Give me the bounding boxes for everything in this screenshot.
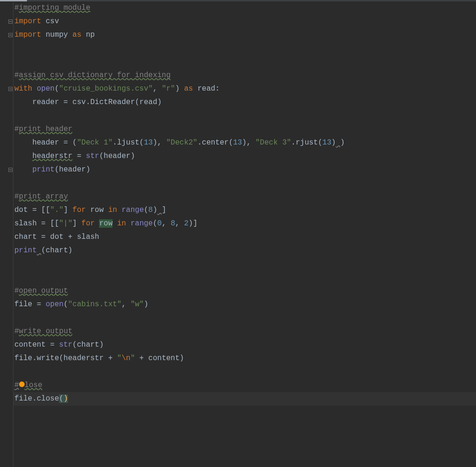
code-token: "r" [162,85,175,93]
code-token: str [86,152,99,160]
code-token: ) [331,138,336,147]
code-token: + content) [135,354,184,362]
code-token: # [14,4,19,12]
code-token: "." [50,206,64,214]
code-token: = [73,152,86,160]
code-line[interactable]: #open output [14,284,476,298]
code-token: file.close [14,395,59,403]
code-token: chart = dot + slash [14,233,99,241]
code-line[interactable]: import csv [14,15,476,28]
code-token: "w" [131,300,144,309]
code-token: assign csv dictionary for indexing [19,71,171,79]
code-token: ) [242,138,247,147]
code-token: open output [19,287,68,295]
code-token [112,219,117,228]
code-editor-content[interactable]: #importing moduleimport csvimport numpy … [13,1,476,467]
code-line[interactable]: print(header) [14,163,476,177]
code-token: , [121,300,130,309]
code-line[interactable]: #lose [14,379,476,392]
code-token: ] [73,219,81,228]
code-line[interactable]: file = open("cabins.txt", "w") [14,298,476,311]
code-line[interactable]: with open("cruise_bookings.csv", "r") as… [14,82,476,96]
code-token: 0 [157,219,162,228]
vertical-scrollbar[interactable] [470,3,476,467]
code-line[interactable] [14,257,476,271]
code-token: # [14,125,19,133]
code-token: row [99,219,112,228]
code-token: ( [59,395,64,403]
code-line[interactable]: header = ("Deck 1".ljust(13), "Deck2".ce… [14,136,476,150]
code-token: ) [144,300,148,309]
code-token: header = ( [32,138,77,147]
code-token: file = [14,300,46,309]
code-line[interactable]: content = str(chart) [14,338,476,352]
code-token: 13 [233,138,242,147]
gutter[interactable] [0,1,13,467]
fold-toggle-icon[interactable] [8,168,13,172]
code-token: headerstr [32,152,72,160]
code-token: in [108,206,117,214]
code-token: (header) [54,165,90,174]
code-token: print header [19,125,73,133]
code-line[interactable]: #write output [14,325,476,338]
code-token: dot = [[ [14,206,50,214]
code-token: # [14,192,19,201]
code-token: in [117,219,126,228]
code-line[interactable]: dot = [["."] for row in range(8) ] [14,204,476,217]
code-token: "|" [59,219,73,228]
code-token [95,219,99,228]
code-token: ( [54,85,59,93]
fold-toggle-icon[interactable] [8,87,13,91]
code-token [336,138,340,147]
code-token: file.write(headerstr + [14,354,117,362]
code-line[interactable]: file.write(headerstr + "\n" + content) [14,352,476,365]
code-line[interactable]: import numpy as np [14,28,476,42]
code-token: 8 [171,219,175,228]
code-token: range [121,206,144,214]
code-token: for [73,206,86,214]
code-token: str [59,341,73,349]
code-token [37,246,41,255]
code-token: 8 [148,206,153,214]
code-token: import [14,17,41,26]
code-line[interactable]: headerstr = str(header) [14,150,476,163]
code-line[interactable]: reader = csv.DictReader(read) [14,96,476,109]
fold-toggle-icon[interactable] [8,20,13,24]
code-line[interactable]: slash = [["|"] for row in range(0, 8, 2)… [14,217,476,230]
code-token: ] [64,206,73,214]
code-line[interactable] [14,177,476,190]
code-token: reader = csv.DictReader(read) [32,98,161,106]
code-token: ) [175,85,184,93]
code-line[interactable]: #importing module [14,1,476,15]
code-token: 13 [144,138,152,147]
code-line[interactable] [14,365,476,379]
code-token: row [86,206,108,214]
code-line[interactable]: #print header [14,123,476,136]
code-token [126,219,131,228]
editor-area[interactable]: #importing moduleimport csvimport numpy … [0,1,476,467]
code-line[interactable] [14,271,476,284]
code-line[interactable]: file.close() [14,392,476,406]
code-token: ) [153,206,158,214]
code-token: .ljust( [112,138,144,147]
code-line[interactable]: #print array [14,190,476,204]
caret-position-icon [19,381,25,387]
code-line[interactable]: chart = dot + slash [14,230,476,244]
code-line[interactable] [14,55,476,69]
code-token: ) [153,138,158,147]
code-line[interactable] [14,109,476,123]
code-line[interactable]: #assign csv dictionary for indexing [14,69,476,82]
code-line[interactable] [14,42,476,55]
code-token: " [117,354,122,362]
code-line[interactable] [14,311,476,325]
fold-toggle-icon[interactable] [8,33,13,37]
code-token: importing module [19,4,91,12]
code-token: as [184,85,193,93]
code-token: 13 [323,138,331,147]
code-token: ( [64,300,68,309]
code-token: "cabins.txt" [68,300,121,309]
code-token: as [73,31,81,39]
code-token: content = [14,341,59,349]
code-token: ( [153,219,158,228]
code-line[interactable]: print (chart) [14,244,476,257]
